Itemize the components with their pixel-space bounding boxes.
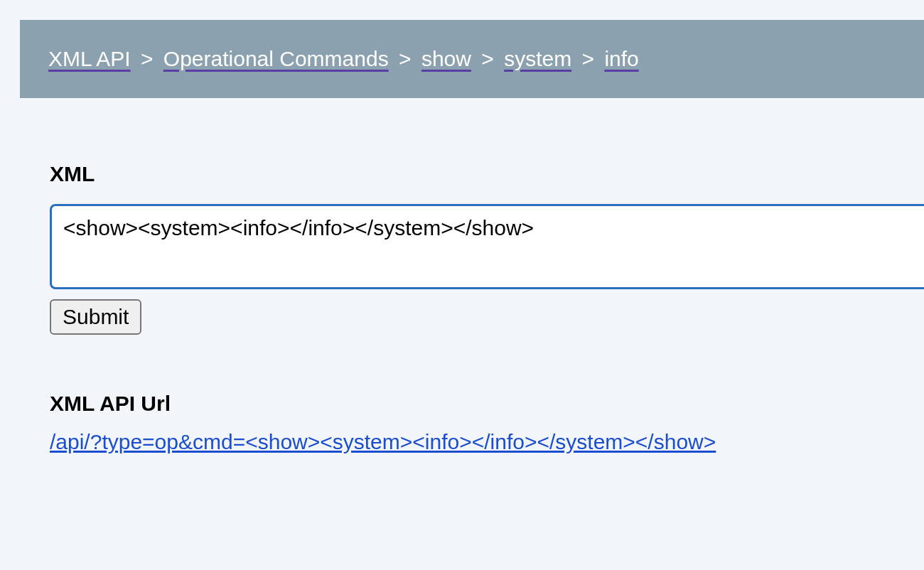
xml-textarea[interactable]: [50, 204, 924, 289]
breadcrumb-link-system[interactable]: system: [504, 47, 571, 70]
breadcrumb-separator: >: [394, 47, 416, 70]
breadcrumb-link-xml-api[interactable]: XML API: [48, 47, 131, 70]
xml-api-url-heading: XML API Url: [50, 392, 924, 416]
xml-heading: XML: [50, 162, 924, 186]
breadcrumb-separator: >: [477, 47, 498, 70]
breadcrumb-header: XML API > Operational Commands > show > …: [20, 20, 924, 98]
xml-api-url-section: XML API Url /api/?type=op&cmd=<show><sys…: [50, 392, 924, 454]
breadcrumb-link-show[interactable]: show: [421, 47, 471, 70]
breadcrumb-separator: >: [578, 47, 599, 70]
xml-section: XML Submit: [50, 162, 924, 335]
submit-button[interactable]: Submit: [50, 299, 141, 335]
breadcrumb-link-operational-commands[interactable]: Operational Commands: [163, 47, 389, 70]
breadcrumb-separator: >: [136, 47, 158, 70]
breadcrumb-link-info[interactable]: info: [604, 47, 638, 70]
xml-api-url-link[interactable]: /api/?type=op&cmd=<show><system><info></…: [50, 430, 716, 453]
